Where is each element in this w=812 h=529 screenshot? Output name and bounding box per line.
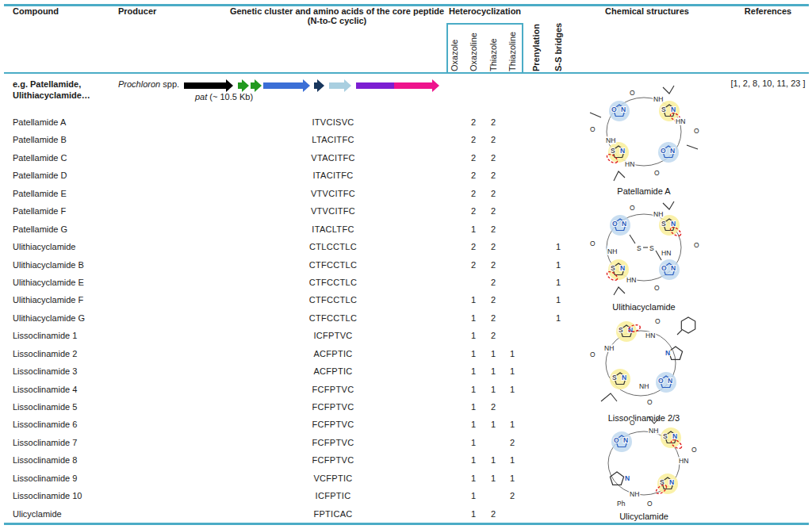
structure-caption: Ulicyclamide [579, 512, 709, 521]
oxazoline-highlight: NO [609, 101, 630, 121]
gene-arrow [184, 79, 233, 92]
compound-name: Ulithiacyclamide B [13, 256, 84, 274]
ss-bridges-count [551, 345, 565, 362]
thiazoline-count [505, 238, 519, 255]
thiazoline-count [505, 149, 519, 167]
compound-name: Patellamide B [13, 131, 67, 148]
thiazoline-count: 2 [505, 434, 519, 451]
oxazoline-count: 1 [466, 291, 481, 309]
oxazoline-count: 2 [466, 185, 481, 202]
svg-text:O: O [630, 204, 635, 212]
thiazole-count: 2 [486, 149, 500, 167]
prenylation-count [529, 381, 543, 398]
thiazoline-count [505, 505, 519, 523]
alkyl-spur [590, 113, 601, 117]
thiazoline-count [505, 167, 519, 184]
prenylation-count [529, 362, 543, 380]
structure-caption: Ulithiacyclamide [579, 302, 709, 312]
gene-arrow [238, 79, 249, 92]
gene-arrow [356, 82, 394, 89]
core-peptide-sequence: CTLCCTLC [270, 238, 396, 255]
oxazole-count [447, 256, 462, 274]
svg-text:NH: NH [607, 247, 617, 255]
oxazole-count [447, 362, 462, 380]
svg-text:N: N [668, 377, 672, 385]
col-header-oxazoline: Oxazoline [467, 22, 480, 71]
core-peptide-sequence: FCFPTVC [270, 451, 396, 469]
oxazole-count [447, 416, 462, 433]
oxazoline-highlight: NO [658, 142, 679, 163]
sec-butyl-spur [601, 393, 617, 401]
ss-bridges-count: 1 [551, 309, 565, 327]
thiazoline-count [505, 274, 519, 291]
core-peptide-sequence: CTFCCTLC [270, 274, 396, 291]
oxazoline-count: 1 [466, 505, 481, 523]
core-peptide-sequence: VTVCITFC [270, 185, 396, 202]
svg-text:O: O [590, 351, 596, 358]
core-peptide-sequence: VTVCITFC [270, 202, 396, 220]
svg-text:NH: NH [639, 382, 649, 390]
svg-text:NH: NH [606, 136, 615, 144]
thiazole-count: 1 [486, 451, 500, 469]
svg-text:O: O [614, 436, 619, 444]
col-header-heterocyclization: Heterocyclization [449, 6, 521, 16]
core-peptide-sequence: VTACITFC [270, 149, 396, 167]
core-peptide-sequence: FCFPTVC [270, 434, 396, 451]
compound-name: Lissoclinamide 9 [13, 470, 77, 487]
gene-arrow [263, 79, 310, 92]
structure-lissoclinamide-23: NS NS NO N [579, 312, 709, 423]
compound-name: Lissoclinamide 10 [13, 487, 82, 504]
svg-text:S: S [663, 432, 668, 440]
header-separator-line [4, 72, 809, 74]
compound-name: Lissoclinamide 2 [13, 345, 77, 362]
oxazoline-highlight: NO [659, 259, 680, 280]
prenylation-count [529, 113, 543, 131]
col-header-thiazoline: Thiazoline [506, 22, 519, 71]
thiazoline-count: 1 [505, 451, 519, 469]
svg-text:O: O [694, 127, 699, 135]
svg-text:O: O [590, 125, 596, 133]
thiazole-count: 2 [486, 327, 500, 344]
thiazole-count: 2 [486, 131, 500, 148]
oxazole-count [447, 434, 462, 451]
prenylation-count [529, 220, 543, 238]
genetic-cluster-header-line1: Genetic cluster and amino acids of the c… [230, 6, 444, 16]
svg-text:S: S [619, 326, 623, 334]
gene-arrow [251, 79, 262, 92]
ss-bridges-count: 1 [551, 256, 565, 274]
svg-text:HN: HN [645, 332, 655, 339]
prenylation-count [529, 238, 543, 255]
thiazole-count: 2 [486, 238, 500, 255]
compound-name: Lissoclinamide 4 [13, 381, 77, 398]
gene-size: (~ 10.5 Kb) [207, 92, 253, 102]
prenylation-count [529, 398, 543, 416]
oxazoline-count: 2 [466, 238, 481, 255]
prenylation-count [529, 185, 543, 202]
thiazole-highlight: NS [661, 427, 681, 448]
producer-name: Prochloron spp. [118, 79, 179, 89]
col-header-references: References [726, 6, 810, 16]
compound-name: Lissoclinamide 7 [13, 434, 77, 451]
svg-text:N: N [623, 436, 628, 444]
oxazole-count [447, 131, 462, 148]
oxazole-count [447, 167, 462, 184]
ss-bridges-count [551, 416, 565, 433]
structure-ulithiacyclamide: NO NS NS NO S [579, 198, 709, 312]
references-value: [1, 2, 8, 10, 11, 23 ] [726, 78, 810, 89]
gene-name: pat [195, 92, 207, 102]
col-header-genetic-cluster: Genetic cluster and amino acids of the c… [190, 6, 484, 25]
prenylation-count [529, 202, 543, 220]
svg-text:O: O [612, 220, 618, 228]
thiazoline-count: 1 [505, 362, 519, 380]
thiazole-highlight: NS [610, 369, 630, 389]
thiazole-count: 2 [486, 113, 500, 131]
svg-text:HN: HN [626, 276, 636, 284]
compound-name: Ulithiacyclamide E [13, 274, 84, 291]
thiazoline-count: 1 [505, 345, 519, 362]
svg-text:HN: HN [676, 117, 685, 125]
oxazole-count [447, 113, 462, 131]
thiazole-count: 2 [486, 505, 500, 523]
core-peptide-sequence: ACFPTIC [270, 345, 396, 362]
svg-text:S: S [611, 147, 615, 155]
oxazoline-count: 1 [466, 416, 481, 433]
